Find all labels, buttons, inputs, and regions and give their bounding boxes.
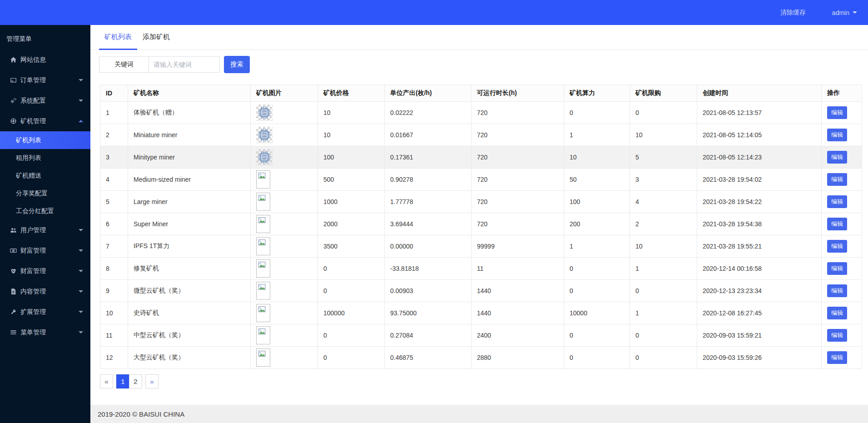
chevron-down-icon bbox=[79, 331, 83, 333]
cell-actions: 编辑 bbox=[822, 347, 862, 369]
cell-created: 2020-09-03 15:59:21 bbox=[697, 324, 822, 347]
pagination-page-1[interactable]: 1 bbox=[116, 374, 129, 388]
cell-name: Large miner bbox=[128, 191, 251, 213]
sidebar-subitem-rental-list[interactable]: 租用列表 bbox=[0, 149, 90, 167]
edit-button[interactable]: 编辑 bbox=[827, 218, 847, 230]
cell-runtime: 720 bbox=[471, 124, 564, 146]
pagination-next[interactable]: » bbox=[145, 374, 159, 388]
sidebar-menu: 网站信息订单管理系统配置矿机管理矿机列表租用列表矿机赠送分享奖配置工会分红配置用… bbox=[0, 50, 90, 343]
edit-button[interactable]: 编辑 bbox=[827, 129, 847, 141]
cell-limit: 10 bbox=[630, 235, 697, 258]
cell-name: Super Miner bbox=[128, 213, 251, 235]
edit-button[interactable]: 编辑 bbox=[827, 329, 847, 342]
chevron-down-icon bbox=[79, 100, 83, 102]
cell-name: IPFS 1T算力 bbox=[128, 235, 251, 258]
column-header: 矿机算力 bbox=[564, 85, 630, 102]
table-row: 6Super Miner20003.6944472020022021-03-28… bbox=[100, 213, 862, 235]
column-header: 矿机价格 bbox=[318, 85, 385, 102]
table-row: 9微型云矿机（奖）00.009031440002020-12-13 23:23:… bbox=[100, 280, 862, 302]
table-row: 7IPFS 1T算力35000.00000999991102021-03-28 … bbox=[100, 235, 862, 258]
money-icon bbox=[9, 247, 17, 254]
wheel-icon bbox=[9, 118, 17, 125]
svg-text:CPU: CPU bbox=[262, 111, 267, 114]
edit-button[interactable]: 编辑 bbox=[827, 195, 847, 208]
sidebar-item-label: 订单管理 bbox=[20, 76, 79, 85]
search-button[interactable]: 搜索 bbox=[224, 56, 250, 73]
edit-button[interactable]: 编辑 bbox=[827, 151, 847, 164]
edit-button[interactable]: 编辑 bbox=[827, 106, 847, 119]
cell-image bbox=[251, 302, 318, 324]
cell-limit: 1 bbox=[630, 302, 697, 324]
sidebar-item-wealth-management-1[interactable]: 财富管理 bbox=[0, 240, 90, 261]
cell-id: 10 bbox=[100, 302, 128, 324]
cell-id: 7 bbox=[100, 235, 128, 258]
cell-created: 2021-03-28 19:54:22 bbox=[697, 191, 822, 213]
cell-limit: 4 bbox=[630, 191, 697, 213]
sidebar-header: 管理菜单 bbox=[0, 25, 90, 50]
search-input[interactable] bbox=[149, 56, 220, 73]
cell-power: 100 bbox=[564, 191, 630, 213]
broken-image-icon bbox=[256, 304, 270, 322]
cell-image bbox=[251, 258, 318, 280]
gears-icon bbox=[9, 97, 17, 105]
sidebar-subitem-miner-gift[interactable]: 矿机赠送 bbox=[0, 167, 90, 184]
cell-price: 100 bbox=[318, 146, 385, 169]
sidebar-item-miner-management[interactable]: 矿机管理 bbox=[0, 111, 90, 131]
sidebar: 管理菜单 网站信息订单管理系统配置矿机管理矿机列表租用列表矿机赠送分享奖配置工会… bbox=[0, 25, 90, 423]
cell-price: 10 bbox=[318, 102, 385, 124]
edit-button[interactable]: 编辑 bbox=[827, 262, 847, 275]
tab-add-miner[interactable]: 添加矿机 bbox=[137, 25, 175, 50]
sidebar-item-system-config[interactable]: 系统配置 bbox=[0, 90, 90, 111]
pagination-prev[interactable]: « bbox=[100, 374, 113, 388]
sidebar-item-content-management[interactable]: 内容管理 bbox=[0, 281, 90, 302]
cell-image: CPU bbox=[251, 124, 318, 146]
table-row: 12大型云矿机（奖）00.468752880002020-09-03 15:59… bbox=[100, 347, 862, 369]
sidebar-subitem-union-dividend-config[interactable]: 工会分红配置 bbox=[0, 202, 90, 220]
edit-button[interactable]: 编辑 bbox=[827, 284, 847, 297]
chevron-down-icon bbox=[79, 290, 83, 293]
cell-limit: 2 bbox=[630, 213, 697, 235]
cell-actions: 编辑 bbox=[822, 235, 862, 258]
broken-image-icon bbox=[256, 326, 270, 344]
edit-button[interactable]: 编辑 bbox=[827, 173, 847, 186]
cell-price: 3500 bbox=[318, 235, 385, 258]
column-header: 创建时间 bbox=[697, 85, 822, 102]
edit-button[interactable]: 编辑 bbox=[827, 307, 847, 319]
tab-miner-list[interactable]: 矿机列表 bbox=[99, 25, 137, 50]
pagination: «12» bbox=[100, 374, 868, 388]
svg-text:CPU: CPU bbox=[262, 134, 267, 136]
cell-actions: 编辑 bbox=[822, 191, 862, 213]
cell-output: 1.77778 bbox=[385, 191, 471, 213]
clear-cache-link[interactable]: 清除缓存 bbox=[780, 9, 806, 17]
cell-power: 10000 bbox=[564, 302, 630, 324]
pagination-page-2[interactable]: 2 bbox=[129, 374, 142, 388]
cell-name: 微型云矿机（奖） bbox=[128, 280, 251, 302]
edit-button[interactable]: 编辑 bbox=[827, 351, 847, 364]
user-menu[interactable]: admin bbox=[832, 9, 857, 16]
sidebar-item-label: 矿机管理 bbox=[20, 117, 79, 125]
cell-limit: 1 bbox=[630, 258, 697, 280]
cell-power: 50 bbox=[564, 169, 630, 191]
cell-image bbox=[251, 347, 318, 369]
sidebar-subitem-share-reward-config[interactable]: 分享奖配置 bbox=[0, 184, 90, 202]
sidebar-item-site-info[interactable]: 网站信息 bbox=[0, 50, 90, 70]
chevron-down-icon bbox=[79, 270, 83, 272]
edit-button[interactable]: 编辑 bbox=[827, 240, 847, 253]
cell-created: 2020-12-13 23:23:34 bbox=[697, 280, 822, 302]
cell-image bbox=[251, 324, 318, 347]
sidebar-item-user-management[interactable]: 用户管理 bbox=[0, 220, 90, 240]
sidebar-item-wealth-management-2[interactable]: 财富管理 bbox=[0, 261, 90, 281]
cell-created: 2021-08-05 12:14:23 bbox=[697, 146, 822, 169]
cell-actions: 编辑 bbox=[822, 324, 862, 347]
sidebar-item-orders[interactable]: 订单管理 bbox=[0, 70, 90, 90]
sidebar-item-extension-management[interactable]: 扩展管理 bbox=[0, 302, 90, 322]
cell-price: 1000 bbox=[318, 191, 385, 213]
cell-limit: 0 bbox=[630, 280, 697, 302]
cell-runtime: 720 bbox=[471, 146, 564, 169]
chevron-down-icon bbox=[79, 229, 83, 231]
document-icon bbox=[9, 288, 17, 295]
cell-created: 2021-08-05 12:14:05 bbox=[697, 124, 822, 146]
cell-actions: 编辑 bbox=[822, 302, 862, 324]
sidebar-subitem-miner-list[interactable]: 矿机列表 bbox=[0, 131, 90, 149]
sidebar-item-menu-management[interactable]: 菜单管理 bbox=[0, 322, 90, 343]
